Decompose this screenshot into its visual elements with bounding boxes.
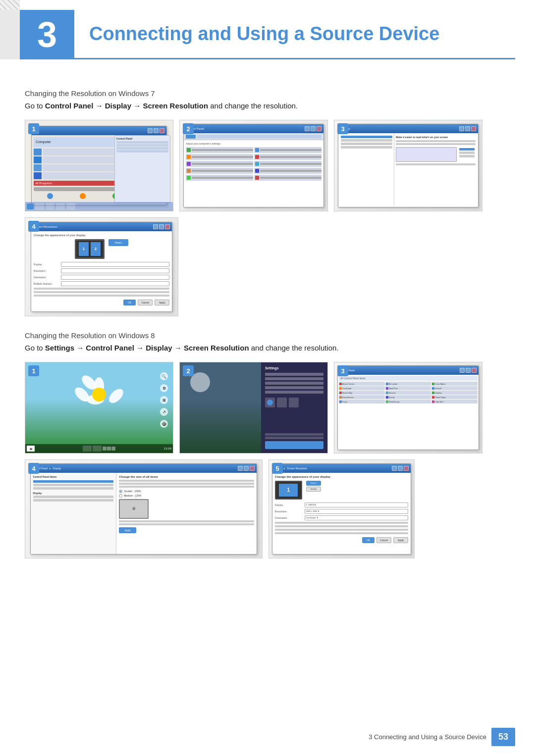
win8-screenshot-1: 1 🔍	[25, 362, 173, 454]
win8-instruction-suffix: and change the resolution.	[249, 344, 339, 352]
win8-ss4-content: Control Panel Home Display Change the si…	[31, 473, 257, 554]
win8-instruction: Go to Settings → Control Panel → Display…	[20, 344, 515, 352]
win8-screenshots-row1: 1 🔍	[20, 362, 515, 454]
win7-ss1-inner: Computer	[25, 120, 173, 211]
win7-instruction-suffix: and change the resolution.	[208, 101, 298, 110]
win8-ss5-content: Change the appearance of your display 1 …	[272, 473, 411, 554]
win8-screenshot-number-3: 3	[337, 365, 348, 376]
win8-instruction-bold: Settings → Control Panel → Display → Scr…	[45, 344, 249, 352]
win8-ss1-taskbar: ⊞ 12:00	[25, 444, 173, 453]
win7-ss4-titlebar: Screen Resolution	[31, 222, 172, 231]
content-area: Changing the Resolution on Windows 7 Go …	[0, 89, 535, 558]
chapter-title: Connecting and Using a Source Device	[89, 23, 439, 45]
win7-ss1-taskbar	[25, 202, 173, 211]
win8-ss4-inner: Control Panel▸Display Control Panel Home	[25, 460, 262, 558]
win7-heading: Changing the Resolution on Windows 7	[20, 89, 515, 98]
screenshot-number-2: 2	[183, 123, 194, 134]
win7-ss2-window: Control Panel Adjust your computer's set…	[183, 124, 323, 207]
win7-ss2-content: Adjust your computer's settings	[184, 140, 323, 207]
win7-screenshots-row2: 4 Screen Resolution Change the appearanc…	[20, 217, 515, 316]
win8-ss2-inner: Settings	[180, 362, 327, 453]
win8-screenshot-3: 3 Control Panel All Control Panel Items	[334, 362, 482, 454]
win7-ss4-inner: Screen Resolution Change the appearance …	[25, 218, 178, 316]
win7-ss2-titlebar: Control Panel	[184, 124, 323, 133]
win8-ss4-titlebar: Control Panel▸Display	[31, 464, 257, 473]
win8-screenshot-number-4: 4	[28, 463, 39, 474]
win8-screenshot-number-1: 1	[28, 365, 39, 376]
win8-ss5-inner: Display▸Screen Resolution Change the app…	[269, 460, 414, 558]
win7-instruction-bold: Control Panel → Display → Screen Resolut…	[45, 101, 208, 110]
win8-instruction-prefix: Go to	[25, 344, 45, 352]
win8-ss5-window: Display▸Screen Resolution Change the app…	[272, 463, 411, 554]
win8-screenshot-5: 5 Display▸Screen Resolution Change the a…	[268, 459, 415, 558]
win8-ss1-inner: 🔍 ⚙ ⊞ ↗ ⏻ ⊞	[25, 362, 173, 453]
screenshot-number-3: 3	[337, 123, 348, 134]
win7-screenshot-3: 3 Display	[334, 120, 482, 211]
win8-ss3-window: Control Panel All Control Panel Items Ac…	[337, 365, 479, 450]
win7-ss3-content: Make it easier to read what's on your sc…	[338, 133, 478, 206]
win8-screenshot-4: 4 Control Panel▸Display Control	[25, 459, 263, 558]
page-header: 3 Connecting and Using a Source Device	[0, 0, 535, 74]
win7-ss3-window: Display Make it easier to	[338, 124, 478, 207]
win7-screenshots-row1: 1 Computer	[20, 120, 515, 211]
win8-screenshot-number-5: 5	[272, 463, 283, 474]
screenshot-number-1: 1	[28, 123, 39, 134]
win8-ss4-window: Control Panel▸Display Control Panel Home	[30, 463, 258, 554]
page-number-badge: 53	[491, 728, 515, 746]
win8-screenshot-2: 2 Settings	[179, 362, 328, 454]
win7-instruction-prefix: Go to	[25, 101, 45, 110]
win7-ss1-titlebar	[32, 126, 166, 135]
win8-heading: Changing the Resolution on Windows 8	[20, 331, 515, 340]
win8-screenshots-row2: 4 Control Panel▸Display Control	[20, 459, 515, 558]
win8-ss3-content: All Control Panel Items Action Center Bi…	[338, 375, 479, 449]
win7-instruction: Go to Control Panel → Display → Screen R…	[20, 101, 515, 110]
win7-screenshot-2: 2 Control Panel Adjust your computer's s	[179, 120, 328, 211]
footer-text: 3 Connecting and Using a Source Device	[369, 733, 486, 741]
page-footer: 3 Connecting and Using a Source Device 5…	[0, 728, 515, 746]
screenshot-number-4: 4	[28, 221, 39, 232]
win7-ss3-titlebar: Display	[338, 124, 478, 133]
chapter-number-block: 3	[20, 10, 74, 59]
chapter-number: 3	[37, 17, 57, 52]
win8-ss5-titlebar: Display▸Screen Resolution	[272, 464, 411, 473]
win7-ss2-inner: Control Panel Adjust your computer's set…	[180, 120, 327, 211]
win8-screenshot-number-2: 2	[183, 365, 194, 376]
win7-ss3-inner: Display Make it easier to	[334, 120, 482, 211]
win8-ss3-inner: Control Panel All Control Panel Items Ac…	[334, 362, 482, 453]
win7-screenshot-1: 1 Computer	[25, 120, 173, 211]
win7-screenshot-4: 4 Screen Resolution Change the appearanc…	[25, 217, 178, 316]
win7-ss4-content: Change the appearance of your display 1 …	[31, 231, 172, 311]
chapter-title-area: Connecting and Using a Source Device	[74, 10, 515, 59]
win7-ss4-window: Screen Resolution Change the appearance …	[31, 222, 172, 312]
win8-ss3-titlebar: Control Panel	[338, 366, 479, 375]
